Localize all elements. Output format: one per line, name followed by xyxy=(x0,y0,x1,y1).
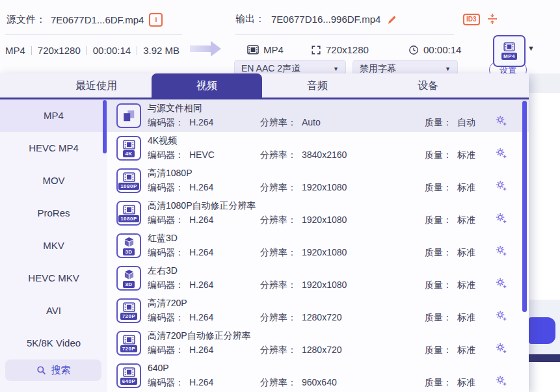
source-media-info: MP4 720x1280 00:00:14 3.92 MB xyxy=(5,45,180,56)
format-encoder: 编码器：H.264 xyxy=(148,345,213,356)
format-chevron-down-icon[interactable]: ▼ xyxy=(527,44,535,52)
format-row[interactable]: 3D 左右3D 编码器：H.264 分辨率：1920x1080 质量：标准 xyxy=(107,262,529,294)
sidebar-item-5k-8k-video[interactable]: 5K/8K Video xyxy=(0,327,107,359)
format-row[interactable]: 720P 高清720P 编码器：H.264 分辨率：1280x720 质量：标准 xyxy=(107,294,529,327)
format-type-icon xyxy=(116,103,141,128)
expand-icon xyxy=(311,45,321,55)
sidebar-item-hevc-mkv[interactable]: HEVC MKV xyxy=(0,262,107,294)
format-list: 与源文件相同 编码器：H.264 分辨率：Auto 质量：自动 4K 4K视频 … xyxy=(107,99,529,392)
list-scrollbar[interactable] xyxy=(522,101,527,312)
output-label: 输出： xyxy=(235,13,265,25)
format-selection-panel: 最近使用 视频 音频 设备 MP4HEVC MP4MOVProResMKVHEV… xyxy=(0,73,529,392)
tab-audio[interactable]: 音频 xyxy=(262,73,373,98)
chevron-down-icon: ▼ xyxy=(333,66,339,72)
output-format-button[interactable]: MP4 xyxy=(493,35,526,67)
format-encoder: 编码器：H.264 xyxy=(148,215,213,226)
format-row[interactable]: 1080P 高清1080P自动修正分辨率 编码器：H.264 分辨率：1920x… xyxy=(107,197,529,229)
source-resolution: 720x1280 xyxy=(38,45,81,56)
format-badge: 3D xyxy=(123,248,134,255)
tab-recent[interactable]: 最近使用 xyxy=(41,73,152,98)
format-resolution: 分辨率：1280x720 xyxy=(260,312,342,324)
format-quality: 质量：标准 xyxy=(425,247,475,259)
format-quality: 质量：标准 xyxy=(425,280,475,291)
format-badge: 1080P xyxy=(118,215,139,222)
format-encoder: 编码器：H.264 xyxy=(148,182,213,194)
sidebar-scrollbar[interactable] xyxy=(103,100,107,153)
output-duration-value: 00:00:14 xyxy=(423,44,461,55)
sidebar-item-prores[interactable]: ProRes xyxy=(0,197,107,229)
settings-gear-icon[interactable] xyxy=(495,342,507,354)
format-title: 左右3D xyxy=(148,265,178,277)
settings-gear-icon[interactable] xyxy=(495,277,507,289)
settings-gear-icon[interactable] xyxy=(495,179,507,192)
search-icon xyxy=(36,365,46,375)
format-type-icon: 640P xyxy=(116,363,141,388)
output-file-name: 7E0677D16...996DF.mp4 xyxy=(271,14,380,25)
format-quality: 质量：标准 xyxy=(425,150,475,161)
bottom-status-bar xyxy=(529,354,560,362)
format-row[interactable]: 与源文件相同 编码器：H.264 分辨率：Auto 质量：自动 xyxy=(107,99,529,132)
format-title: 高清1080P xyxy=(148,168,192,179)
format-type-icon: 1080P xyxy=(116,168,141,193)
convert-arrow-icon xyxy=(190,41,222,57)
format-row[interactable]: 640P 640P 编码器：H.264 分辨率：960x640 质量：标准 xyxy=(107,359,529,392)
clock-icon xyxy=(408,45,419,55)
output-divider xyxy=(235,34,454,35)
format-type-icon: 3D xyxy=(116,233,141,258)
source-file-label: 源文件： xyxy=(7,14,46,26)
settings-gear-icon[interactable] xyxy=(495,114,507,127)
format-badge: MP4 xyxy=(501,53,517,60)
format-badge: 1080P xyxy=(118,183,139,190)
id3-tag-icon[interactable]: ID3 xyxy=(463,14,480,25)
settings-gear-icon[interactable] xyxy=(495,147,507,159)
info-icon[interactable]: i xyxy=(149,13,163,27)
format-quality: 质量：标准 xyxy=(425,215,475,226)
format-encoder: 编码器：H.264 xyxy=(148,117,213,129)
tab-device[interactable]: 设备 xyxy=(373,73,483,98)
convert-button-partial[interactable] xyxy=(529,317,555,344)
sidebar-item-hevc-mp4[interactable]: HEVC MP4 xyxy=(0,132,107,164)
format-encoder: 编码器：H.264 xyxy=(148,280,213,291)
chevron-down-icon: ▼ xyxy=(445,66,451,72)
format-row[interactable]: 3D 红蓝3D 编码器：H.264 分辨率：1920x1080 质量：标准 xyxy=(107,229,529,262)
tab-video[interactable]: 视频 xyxy=(152,73,262,98)
sidebar-item-mp4[interactable]: MP4 xyxy=(0,99,107,132)
format-encoder: 编码器：H.264 xyxy=(148,377,213,389)
settings-gear-icon[interactable] xyxy=(495,244,507,257)
format-badge: 720P xyxy=(120,345,138,352)
format-title: 与源文件相同 xyxy=(148,103,202,114)
format-resolution: 分辨率：1920x1080 xyxy=(260,182,347,194)
format-title: 640P xyxy=(148,363,169,373)
film-icon xyxy=(247,45,259,55)
output-resolution-info: 720x1280 xyxy=(311,44,369,55)
source-duration: 00:00:14 xyxy=(93,45,131,56)
format-badge: 720P xyxy=(120,313,138,320)
format-type-icon: 720P xyxy=(116,331,141,356)
source-filesize: 3.92 MB xyxy=(143,45,180,56)
settings-gear-icon[interactable] xyxy=(495,212,507,224)
output-format-info: MP4 xyxy=(247,44,284,55)
format-type-icon: 4K xyxy=(116,136,141,161)
search-button[interactable]: 搜索 xyxy=(5,359,101,381)
sidebar-item-mov[interactable]: MOV xyxy=(0,164,107,197)
format-row[interactable]: 4K 4K视频 编码器：HEVC 分辨率：3840x2160 质量：标准 xyxy=(107,132,529,164)
format-resolution: 分辨率：Auto xyxy=(260,117,321,129)
format-quality: 质量：自动 xyxy=(425,117,475,129)
sidebar-item-avi[interactable]: AVI xyxy=(0,294,107,327)
format-resolution: 分辨率：1920x1080 xyxy=(260,215,347,226)
format-row[interactable]: 720P 高清720P自动修正分辨率 编码器：H.264 分辨率：1280x72… xyxy=(107,327,529,359)
rename-pencil-icon[interactable] xyxy=(387,14,397,25)
sidebar-item-mkv[interactable]: MKV xyxy=(0,229,107,262)
format-title: 高清720P自动修正分辨率 xyxy=(148,330,251,342)
format-title: 高清720P xyxy=(148,298,187,309)
settings-gear-icon[interactable] xyxy=(495,309,507,322)
format-row[interactable]: 1080P 高清1080P 编码器：H.264 分辨率：1920x1080 质量… xyxy=(107,164,529,197)
format-quality: 质量：标准 xyxy=(425,182,475,194)
compress-icon[interactable] xyxy=(487,13,498,25)
format-resolution: 分辨率：960x640 xyxy=(260,377,337,389)
source-file-name: 7E0677D1...6DF.mp4 xyxy=(51,14,144,25)
format-quality: 质量：标准 xyxy=(425,377,475,389)
format-type-icon: 720P xyxy=(116,298,141,323)
settings-gear-icon[interactable] xyxy=(495,374,507,387)
source-format: MP4 xyxy=(5,45,25,56)
